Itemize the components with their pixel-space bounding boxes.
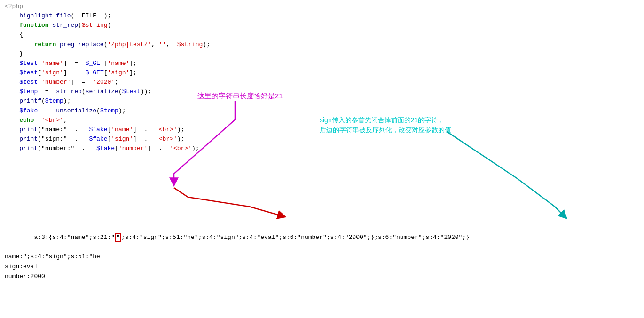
code-line-11: $temp = str_rep(serialize($test)); xyxy=(0,87,644,96)
code-line-9: $test['sign'] = $_GET['sign']; xyxy=(0,68,644,78)
code-line-17: print("sign:" . $fake['sign'] . '<br>'); xyxy=(0,135,644,144)
code-line-12: printf($temp); xyxy=(0,96,644,106)
code-line-18: print("number:" . $fake['number'] . '<br… xyxy=(0,144,644,153)
main-container: <?php highlight_file(__FILE__); function… xyxy=(0,0,644,318)
output-line-1: a:3:{s:4:"name";s:21:"";s:4:"sign";s:51:… xyxy=(5,223,639,252)
code-line-6: } xyxy=(0,49,644,59)
output-highlight-red: " xyxy=(115,233,121,242)
code-line-8: $test['name'] = $_GET['name']; xyxy=(0,59,644,68)
code-line-13: $fake = unserialize($temp); xyxy=(0,106,644,116)
top-section: <?php highlight_file(__FILE__); function… xyxy=(0,0,644,221)
code-line-4: { xyxy=(0,30,644,40)
code-lines: <?php highlight_file(__FILE__); function… xyxy=(0,2,644,153)
output-line-3: sign:eval xyxy=(5,262,639,272)
output-area: a:3:{s:4:"name";s:21:"";s:4:"sign";s:51:… xyxy=(0,221,644,284)
code-line-5: return preg_replace('/php|test/', '', $s… xyxy=(0,40,644,49)
output-line-4: number:2000 xyxy=(5,272,639,282)
code-line-16: print("name:" . $fake['name'] . '<br>'); xyxy=(0,125,644,135)
code-line-15: echo '<br>'; xyxy=(0,116,644,125)
output-line-2: name:";s:4:"sign";s:51:"he xyxy=(5,252,639,262)
code-area: <?php highlight_file(__FILE__); function… xyxy=(0,0,644,221)
code-line-0: <?php xyxy=(0,2,644,11)
code-line-10: $test['number'] = '2020'; xyxy=(0,78,644,87)
code-line-1: highlight_file(__FILE__); xyxy=(0,11,644,21)
code-line-3: function str_rep($string) xyxy=(0,21,644,30)
